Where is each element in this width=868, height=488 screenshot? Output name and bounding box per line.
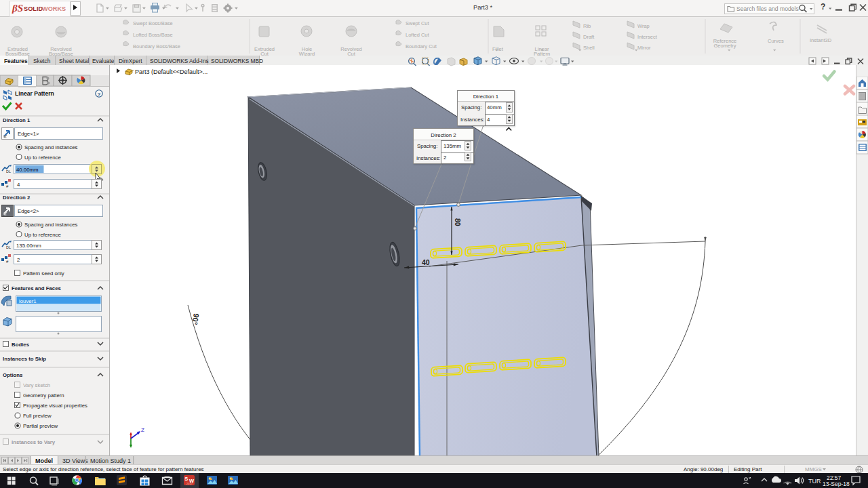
svg-text:?: ? <box>98 92 101 98</box>
svg-text:Full preview: Full preview <box>23 413 52 419</box>
svg-text:Linear Pattern: Linear Pattern <box>15 90 54 97</box>
svg-text:Spacing and instances: Spacing and instances <box>24 144 78 150</box>
svg-text:Z: Z <box>141 427 144 433</box>
svg-text:S: S <box>184 476 188 482</box>
svg-text:Pattern seed only: Pattern seed only <box>23 270 64 277</box>
svg-text:Options: Options <box>3 372 23 378</box>
svg-text:Features and Faces: Features and Faces <box>12 285 61 291</box>
svg-text:2: 2 <box>17 257 20 263</box>
svg-text:4: 4 <box>17 182 20 188</box>
svg-text:#: # <box>6 184 9 188</box>
svg-text:Vary sketch: Vary sketch <box>23 382 50 388</box>
svg-text:#: # <box>6 260 9 264</box>
svg-text:40.00mm: 40.00mm <box>16 167 39 173</box>
svg-text:Direction 1: Direction 1 <box>3 117 31 123</box>
svg-text:2017: 2017 <box>186 482 193 485</box>
svg-text:Up to reference: Up to reference <box>24 232 61 238</box>
svg-text:Up to reference: Up to reference <box>24 155 61 161</box>
svg-text:Instances to Skip: Instances to Skip <box>3 356 46 362</box>
svg-text:Geometry pattern: Geometry pattern <box>23 392 64 399</box>
svg-text:DL: DL <box>6 245 11 249</box>
svg-text:Direction 2: Direction 2 <box>3 195 31 201</box>
svg-text:louver1: louver1 <box>19 298 37 304</box>
svg-text:40: 40 <box>422 258 430 266</box>
svg-text:TUR: TUR <box>808 478 821 485</box>
svg-text:Edge<2>: Edge<2> <box>18 208 39 214</box>
svg-text:Bodies: Bodies <box>12 342 30 348</box>
svg-text:Spacing and instances: Spacing and instances <box>24 222 78 228</box>
svg-text:Partial preview: Partial preview <box>23 423 58 429</box>
svg-text:Propagate visual properties: Propagate visual properties <box>23 403 87 409</box>
svg-text:80: 80 <box>454 218 462 226</box>
svg-text:135.00mm: 135.00mm <box>16 243 41 249</box>
svg-text:Edge<1>: Edge<1> <box>18 131 39 137</box>
svg-text:Part3 (Default<<Default>...: Part3 (Default<<Default>... <box>135 68 208 75</box>
svg-text:13-Sep-18: 13-Sep-18 <box>823 481 850 487</box>
svg-text:Instances to Vary: Instances to Vary <box>12 439 56 445</box>
svg-text:DL: DL <box>6 169 11 174</box>
svg-text:90°: 90° <box>191 313 201 325</box>
